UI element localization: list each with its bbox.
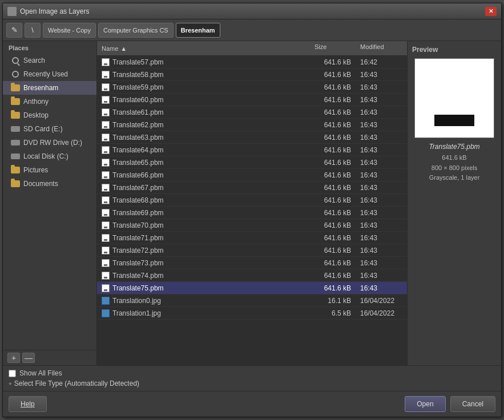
close-button[interactable]: ✕: [485, 7, 497, 16]
select-file-type-row[interactable]: + Select File Type (Automatically Detect…: [9, 379, 495, 387]
cancel-button[interactable]: Cancel: [450, 396, 495, 412]
file-modified: 16:42: [356, 58, 407, 66]
table-row[interactable]: Translate65.pbm 641.6 kB 16:43: [97, 156, 407, 169]
table-row[interactable]: Translate66.pbm 641.6 kB 16:43: [97, 169, 407, 181]
file-size: 641.6 kB: [310, 284, 356, 292]
folder-icon-documents: [11, 180, 20, 188]
sidebar-item-desktop[interactable]: Desktop: [3, 108, 96, 122]
table-row[interactable]: Translate61.pbm 641.6 kB 16:43: [97, 106, 407, 119]
table-row[interactable]: Translate70.pbm 641.6 kB 16:43: [97, 219, 407, 232]
pbm-file-icon: [102, 171, 110, 179]
sidebar-item-dvd-drive[interactable]: DVD RW Drive (D:): [3, 136, 96, 150]
show-all-files-checkbox[interactable]: [9, 370, 16, 377]
file-modified: 16:43: [356, 134, 407, 142]
sidebar-item-local-disk[interactable]: Local Disk (C:): [3, 150, 96, 163]
sidebar-item-pictures[interactable]: Pictures: [3, 163, 96, 177]
pbm-file-icon: [102, 196, 110, 204]
preview-black-rect: [434, 115, 474, 126]
search-icon: [11, 56, 20, 64]
pbm-file-icon: [102, 247, 110, 255]
table-row[interactable]: Translate73.pbm 641.6 kB 16:43: [97, 257, 407, 269]
remove-place-button[interactable]: —: [22, 353, 35, 363]
show-all-files-label: Show All Files: [19, 369, 62, 377]
file-modified: 16:43: [356, 284, 407, 292]
file-list[interactable]: Translate57.pbm 641.6 kB 16:42 Translate…: [97, 56, 407, 365]
table-row[interactable]: Translate74.pbm 641.6 kB 16:43: [97, 269, 407, 282]
file-name: Translate73.pbm: [97, 259, 310, 267]
file-modified: 16:43: [356, 108, 407, 116]
file-area: Name ▲ Size Modified Translate57.pbm 641…: [97, 41, 407, 365]
table-row[interactable]: Translate60.pbm 641.6 kB 16:43: [97, 94, 407, 106]
preview-image: [414, 58, 494, 138]
table-row[interactable]: Translate75.pbm 641.6 kB 16:43: [97, 282, 407, 294]
table-row[interactable]: Translate58.pbm 641.6 kB 16:43: [97, 68, 407, 81]
tab-bresenham[interactable]: Bresenham: [176, 23, 220, 38]
open-button[interactable]: Open: [405, 396, 445, 412]
file-name: Translate70.pbm: [97, 221, 310, 229]
file-size: 641.6 kB: [310, 209, 356, 217]
file-modified: 16:43: [356, 121, 407, 129]
drive-icon-dvd: [11, 139, 20, 147]
column-size[interactable]: Size: [310, 41, 356, 55]
file-size: 641.6 kB: [310, 171, 356, 179]
column-name[interactable]: Name ▲: [97, 41, 310, 55]
pbm-file-icon: [102, 221, 110, 229]
table-row[interactable]: Translation1.jpg 6.5 kB 16/04/2022: [97, 307, 407, 320]
toolbar: ✎ \ Website - Copy Computer Graphics CS …: [3, 19, 501, 41]
preview-header: Preview: [412, 46, 438, 54]
table-row[interactable]: Translate72.pbm 641.6 kB 16:43: [97, 244, 407, 257]
preview-panel: Preview Translate75.pbm 641.6 kB 800 × 8…: [407, 41, 501, 365]
folder-icon-anthony: [11, 98, 20, 106]
preview-filename: Translate75.pbm: [429, 143, 479, 151]
pbm-file-icon: [102, 146, 110, 154]
sidebar-item-search[interactable]: Search: [3, 54, 96, 67]
file-modified: 16:43: [356, 272, 407, 280]
jpg-file-icon: [102, 297, 110, 305]
file-modified: 16:43: [356, 234, 407, 242]
file-size: 641.6 kB: [310, 159, 356, 167]
table-row[interactable]: Translate63.pbm 641.6 kB 16:43: [97, 131, 407, 144]
pbm-file-icon: [102, 209, 110, 217]
tab-website-copy[interactable]: Website - Copy: [43, 23, 96, 38]
file-name: Translate64.pbm: [97, 146, 310, 154]
show-all-files-row[interactable]: Show All Files: [9, 369, 495, 377]
file-modified: 16:43: [356, 221, 407, 229]
table-row[interactable]: Translate64.pbm 641.6 kB 16:43: [97, 144, 407, 156]
pbm-file-icon: [102, 134, 110, 142]
pbm-file-icon: [102, 83, 110, 91]
edit-icon-button[interactable]: ✎: [6, 23, 22, 38]
column-modified[interactable]: Modified: [356, 41, 407, 55]
help-button[interactable]: Help: [9, 396, 47, 412]
sidebar-item-recently-used[interactable]: Recently Used: [3, 67, 96, 81]
file-size: 641.6 kB: [310, 83, 356, 91]
file-name: Translate65.pbm: [97, 159, 310, 167]
table-row[interactable]: Translate62.pbm 641.6 kB 16:43: [97, 119, 407, 131]
table-row[interactable]: Translate69.pbm 641.6 kB 16:43: [97, 207, 407, 219]
tab-computer-graphics[interactable]: Computer Graphics CS: [98, 23, 174, 38]
table-row[interactable]: Translate59.pbm 641.6 kB 16:43: [97, 81, 407, 94]
folder-icon-bresenham: [11, 84, 20, 92]
table-row[interactable]: Translation0.jpg 16.1 kB 16/04/2022: [97, 294, 407, 307]
file-name: Translate75.pbm: [97, 284, 310, 292]
file-size: 6.5 kB: [310, 309, 356, 317]
add-place-button[interactable]: +: [7, 353, 20, 363]
sidebar-item-anthony[interactable]: Anthony: [3, 95, 96, 108]
table-row[interactable]: Translate68.pbm 641.6 kB 16:43: [97, 194, 407, 207]
table-row[interactable]: Translate57.pbm 641.6 kB 16:42: [97, 56, 407, 68]
slash-icon-button[interactable]: \: [25, 23, 41, 38]
file-modified: 16:43: [356, 159, 407, 167]
pbm-file-icon: [102, 108, 110, 116]
file-name: Translate58.pbm: [97, 71, 310, 79]
sidebar-item-bresenham[interactable]: Bresenham: [3, 81, 96, 95]
file-name: Translate69.pbm: [97, 209, 310, 217]
clock-icon: [11, 70, 20, 78]
file-name: Translate71.pbm: [97, 234, 310, 242]
sidebar-item-documents[interactable]: Documents: [3, 177, 96, 191]
dialog-title: Open Image as Layers: [20, 7, 485, 15]
file-size: 641.6 kB: [310, 71, 356, 79]
file-name: Translate68.pbm: [97, 196, 310, 204]
sidebar-item-sd-card[interactable]: SD Card (E:): [3, 122, 96, 136]
open-image-dialog: Open Image as Layers ✕ ✎ \ Website - Cop…: [2, 3, 502, 417]
table-row[interactable]: Translate71.pbm 641.6 kB 16:43: [97, 232, 407, 244]
table-row[interactable]: Translate67.pbm 641.6 kB 16:43: [97, 181, 407, 194]
